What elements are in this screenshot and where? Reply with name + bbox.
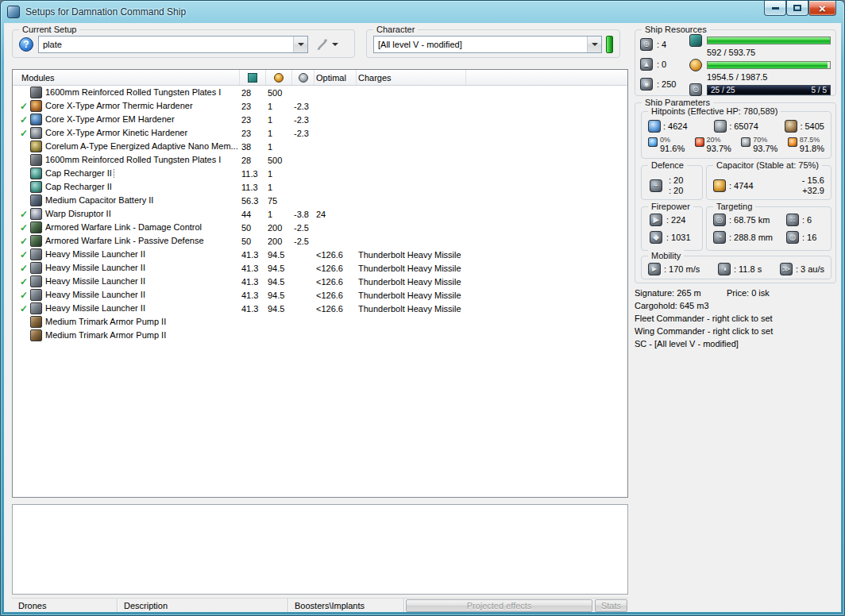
module-row[interactable]: 1600mm Reinforced Rolled Tungsten Plates… (13, 153, 627, 167)
module-row[interactable]: Cap Recharger II 11.3 1 (13, 167, 627, 180)
module-row[interactable]: Heavy Missile Launcher II 41.3 94.5 <126… (13, 248, 627, 261)
armor-hp-value: : 65074 (729, 121, 758, 131)
squad-commander-text[interactable]: SC - [All level V - modified] (635, 337, 838, 350)
character-combobox[interactable]: [All level V - modified] (373, 36, 602, 53)
cpu-icon (248, 73, 257, 83)
module-row[interactable]: Heavy Missile Launcher II 41.3 94.5 <126… (13, 288, 627, 302)
module-cpu: 23 (240, 115, 266, 125)
module-row[interactable]: Heavy Missile Launcher II 41.3 94.5 <126… (13, 261, 627, 275)
drones-label: Drones (18, 601, 46, 610)
module-optimal: <126.6 (314, 304, 357, 314)
max-velocity-value: : 170 m/s (664, 264, 700, 274)
module-powergrid: 1 (266, 183, 292, 192)
capacitor-amount: : 4744 (729, 181, 754, 191)
module-row[interactable]: Armored Warfare Link - Passive Defense 5… (13, 234, 627, 248)
panel-header-drones[interactable]: Drones (12, 599, 118, 612)
character-label: Character (373, 24, 418, 35)
active-check-icon (17, 223, 30, 233)
module-cpu: 23 (240, 102, 266, 111)
module-row[interactable]: Medium Capacitor Battery II 56.3 75 (13, 194, 627, 207)
module-row[interactable]: Cap Recharger II 11.3 1 (13, 180, 627, 194)
column-header-optimal[interactable]: Optimal (314, 70, 357, 85)
fleet-commander-text[interactable]: Fleet Commander - right click to set (635, 312, 838, 325)
module-cpu: 41.3 (240, 291, 266, 300)
active-check-icon (17, 115, 30, 125)
module-row[interactable]: 1600mm Reinforced Rolled Tungsten Plates… (13, 86, 627, 99)
setup-combobox[interactable]: plate (38, 36, 308, 53)
cargohold-text: Cargohold: 645 m3 (635, 299, 838, 312)
module-icon (30, 302, 42, 314)
module-icon (30, 181, 42, 193)
module-row[interactable]: Warp Disruptor II 44 1 -3.8 24 (13, 207, 627, 221)
minimize-button[interactable] (764, 1, 786, 16)
client-area: Current Setup plate Character [All level… (4, 23, 841, 612)
price-text: Price: 0 isk (727, 287, 770, 299)
mobility-group: Mobility : 170 m/s : 11.8 s : 3 au/s (641, 256, 831, 279)
module-cpu: 11.3 (240, 183, 266, 192)
module-name: 1600mm Reinforced Rolled Tungsten Plates… (44, 87, 222, 98)
mobility-label: Mobility (648, 250, 684, 261)
active-check-icon (17, 129, 30, 138)
module-row[interactable]: Core X-Type Armor EM Hardener 23 1 -2.3 (13, 113, 627, 126)
ship-resources-label: Ship Resources (642, 24, 710, 35)
panel-header-boosters-implants[interactable]: Boosters\Implants (288, 599, 404, 612)
module-name: 1600mm Reinforced Rolled Tungsten Plates… (44, 155, 222, 165)
module-icon (30, 141, 42, 152)
column-header-cpu[interactable] (240, 70, 266, 85)
stats-button[interactable]: Stats (595, 599, 627, 612)
sensor-strength-icon (786, 231, 799, 244)
close-icon (819, 2, 826, 14)
module-cpu: 41.3 (240, 250, 266, 260)
help-icon[interactable] (19, 37, 33, 52)
close-button[interactable] (808, 1, 836, 16)
setup-combobox-arrow[interactable] (293, 37, 307, 52)
module-row[interactable]: Armored Warfare Link - Damage Control 50… (13, 221, 627, 234)
module-row[interactable]: Medium Trimark Armor Pump II (13, 315, 627, 329)
hardpoints-column: : 4 : 0 : 250 (640, 34, 688, 94)
minimize-icon (772, 7, 779, 10)
chevron-down-icon (298, 43, 304, 46)
column-header-modules[interactable]: Modules (13, 70, 240, 85)
column-header-charges[interactable]: Charges (357, 70, 466, 85)
module-powergrid: 75 (266, 196, 292, 206)
column-header-capacitor[interactable] (292, 70, 314, 85)
module-name: Core X-Type Armor Thermic Hardener (44, 101, 195, 111)
resist-thermal: 20% 93.7% (695, 136, 731, 153)
projected-effects-button[interactable]: Projected effects (406, 599, 592, 612)
wing-commander-text[interactable]: Wing Commander - right click to set (635, 325, 838, 337)
column-header-powergrid[interactable] (266, 70, 292, 85)
module-icon (30, 329, 42, 341)
module-row[interactable]: Core X-Type Armor Kinetic Hardener 23 1 … (13, 126, 627, 140)
module-row[interactable]: Heavy Missile Launcher II 41.3 94.5 <126… (13, 302, 627, 315)
dps-row: : 1031 (650, 231, 702, 244)
module-icon (30, 87, 42, 98)
module-name: Heavy Missile Launcher II (44, 249, 147, 260)
current-setup-label: Current Setup (19, 24, 79, 35)
setup-tools-button[interactable] (314, 37, 340, 52)
module-row[interactable]: Core X-Type Armor Thermic Hardener 23 1 … (13, 99, 627, 113)
max-targets-icon (786, 214, 799, 226)
maximize-button[interactable] (786, 1, 808, 16)
hitpoints-group: Hitpoints (Effective HP: 780,589) : 4624… (641, 111, 831, 159)
bottom-bar: Drones Description Boosters\Implants Pro… (12, 598, 628, 612)
module-cap-use: -2.3 (292, 115, 314, 125)
active-check-icon (17, 250, 30, 260)
cpu-bar (707, 37, 831, 44)
active-check-icon (17, 291, 30, 300)
character-combobox-arrow[interactable] (587, 37, 601, 52)
module-charge: Thunderbolt Heavy Missile (357, 291, 627, 300)
module-cpu: 28 (240, 88, 266, 98)
module-powergrid: 200 (266, 223, 292, 233)
setup-combobox-value: plate (39, 40, 293, 49)
module-row[interactable]: Heavy Missile Launcher II 41.3 94.5 <126… (13, 275, 627, 288)
resist-kinetic: 70% 93.7% (741, 136, 777, 153)
panel-header-description[interactable]: Description (118, 599, 288, 612)
current-setup-group: Current Setup plate (12, 29, 355, 58)
module-optimal: <126.6 (314, 277, 357, 287)
module-row[interactable]: Medium Trimark Armor Pump II (13, 329, 627, 342)
structure-icon (785, 120, 797, 133)
module-row[interactable]: Corelum A-Type Energized Adaptive Nano M… (13, 140, 627, 153)
module-cap-use: -2.3 (292, 129, 314, 138)
titlebar[interactable]: Setups for Damnation Command Ship (1, 1, 844, 23)
drone-bandwidth-text: 25 / 25 (711, 86, 735, 94)
